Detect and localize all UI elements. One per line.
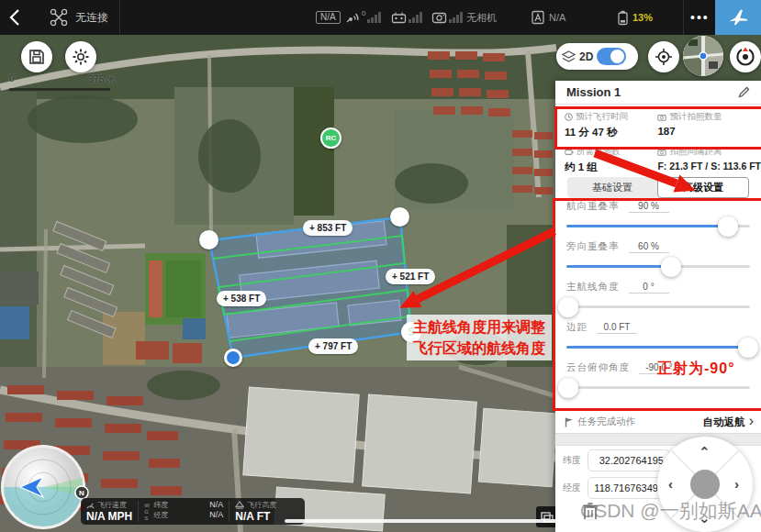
vertex-handle-selected[interactable] — [224, 349, 242, 367]
margin-value[interactable]: 0.0 FT — [597, 322, 637, 334]
chevron-right-icon: › — [749, 414, 754, 428]
telemetry-bar: 飞行速度 N/A MPH WGS 纬度N/A 经度N/A 飞行高度 N/A FT — [81, 498, 305, 525]
route-angle-handle[interactable] — [558, 297, 578, 317]
nudge-center-button[interactable] — [690, 470, 720, 499]
attitude-compass-widget: N — [0, 443, 92, 532]
switch-knob — [610, 50, 624, 63]
stat-flight-time: 预计飞行时间 11 分 47 秒 — [555, 106, 648, 141]
stat-photo-interval: 拍照间隔距离 F: 21.3 FT / S: 113.6 FT — [648, 141, 761, 176]
telemetry-lon-label: 经度 — [153, 510, 168, 520]
nudge-up-button[interactable]: ⌃ — [699, 444, 711, 460]
panel-header: Mission 1 — [555, 81, 761, 105]
mission-panel: Mission 1 预计飞行时间 11 分 47 秒 预计拍照数量 187 — [555, 81, 761, 532]
back-button[interactable] — [9, 0, 20, 35]
map-scale: 0375 米 — [9, 73, 119, 91]
layers-icon — [562, 50, 576, 63]
satellite-icon — [345, 10, 361, 25]
slider-side-overlap: 旁向重叠率60 % — [566, 238, 750, 281]
minimap-button[interactable] — [683, 36, 723, 76]
flight-mode-icon — [531, 10, 545, 25]
slider-route-angle: 主航线角度0 ° — [566, 279, 750, 321]
video-signal — [431, 0, 463, 35]
scale-distance: 375 米 — [89, 73, 116, 86]
rc-location-marker: RC — [320, 127, 341, 149]
edge-length-left[interactable]: + 538 FT — [217, 291, 266, 306]
route-angle-value[interactable]: 0 ° — [629, 282, 669, 294]
takeoff-button[interactable] — [715, 0, 761, 35]
crosshair-icon — [655, 48, 673, 66]
forward-overlap-handle[interactable] — [718, 216, 738, 237]
status-na-badge: N/A — [316, 11, 341, 24]
compass-north-label: N — [79, 489, 84, 497]
flag-icon — [565, 417, 574, 427]
side-overlap-value[interactable]: 60 % — [629, 241, 669, 253]
scale-zero: 0 — [9, 73, 15, 86]
speed-value: N/A MPH — [86, 510, 132, 523]
latitude-label: 纬度 — [563, 454, 583, 467]
side-overlap-track[interactable] — [566, 265, 750, 268]
altitude-icon — [235, 501, 244, 509]
dji-mission-app: 0375 米 2D — [0, 0, 761, 532]
mission-settings-button[interactable] — [65, 41, 96, 72]
tab-advanced-settings[interactable]: 高级设置 — [657, 177, 749, 198]
home-indicator-bar[interactable] — [285, 519, 643, 523]
tab-basic-settings[interactable]: 基础设置 — [567, 177, 657, 198]
aircraft-battery-icon — [617, 10, 629, 26]
camera-icon — [657, 114, 666, 121]
back-chevron-icon — [9, 8, 20, 27]
telemetry-lat-value: N/A — [209, 500, 223, 510]
gear-icon — [72, 48, 90, 66]
slider-margin: 边距0.0 FT — [566, 319, 750, 361]
gimbal-pitch-handle[interactable] — [558, 378, 578, 398]
connection-status: 无连接 — [75, 0, 108, 35]
map-2d-switch[interactable] — [597, 48, 626, 65]
clock-icon — [565, 113, 573, 121]
map-layer-button[interactable] — [536, 506, 557, 527]
latitude-input[interactable] — [588, 449, 670, 471]
telemetry-lat-label: 纬度 — [153, 500, 168, 510]
edge-length-right[interactable]: + 521 FT — [386, 269, 435, 284]
margin-track[interactable] — [566, 346, 750, 349]
wgs-label: WGS — [144, 500, 151, 525]
forward-overlap-value[interactable]: 90 % — [629, 201, 669, 213]
save-icon — [28, 49, 45, 65]
scale-bar — [9, 88, 110, 91]
map-mode-toggle[interactable]: 2D — [556, 43, 638, 70]
side-overlap-handle[interactable] — [661, 257, 681, 277]
longitude-label: 经度 — [563, 482, 583, 494]
compass-reset-button[interactable] — [730, 41, 761, 72]
rc-signal-bars — [408, 12, 422, 23]
airplane-icon — [727, 6, 749, 28]
vertex-handle-top-right[interactable] — [390, 207, 409, 227]
more-button[interactable]: ••• — [690, 0, 710, 35]
settings-tabs: 基础设置 高级设置 — [567, 177, 749, 198]
telemetry-position: WGS 纬度N/A 经度N/A — [139, 498, 229, 525]
finish-action-label: 任务完成动作 — [577, 416, 699, 428]
telemetry-speed: 飞行速度 N/A MPH — [81, 498, 138, 525]
edit-pencil-icon[interactable] — [738, 86, 750, 98]
nudge-right-button[interactable]: › — [734, 476, 739, 492]
edge-length-top[interactable]: + 853 FT — [303, 220, 353, 236]
aircraft-status — [50, 0, 68, 35]
camera-status: 无相机 — [466, 0, 497, 35]
gimbal-annotation: 正射为-90° — [657, 360, 735, 379]
save-mission-button[interactable] — [21, 41, 52, 72]
mission-finish-action-row[interactable]: 任务完成动作 自动返航 › — [555, 411, 761, 433]
flight-mode-status: N/A — [531, 0, 565, 35]
route-angle-annotation: 主航线角度用来调整 飞行区域的航线角度 — [407, 315, 552, 360]
locate-button[interactable] — [648, 41, 679, 72]
telemetry-altitude: 飞行高度 N/A FT — [229, 498, 282, 525]
vertex-handle-top-left[interactable] — [199, 230, 218, 249]
gimbal-pitch-track[interactable] — [566, 386, 750, 389]
mission-title: Mission 1 — [566, 85, 621, 99]
stat-batteries: 所需电池数 约 1 组 — [555, 141, 648, 176]
nudge-left-button[interactable]: ‹ — [668, 476, 673, 492]
video-signal-bars — [449, 12, 463, 23]
margin-handle[interactable] — [738, 338, 758, 358]
route-angle-track[interactable] — [566, 305, 750, 308]
status-na-group: N/A — [316, 0, 341, 35]
edge-length-bottom[interactable]: + 797 FT — [308, 338, 358, 354]
battery-status: 13% — [617, 0, 653, 35]
forward-overlap-track[interactable] — [566, 225, 750, 227]
map-mode-label: 2D — [579, 50, 593, 63]
